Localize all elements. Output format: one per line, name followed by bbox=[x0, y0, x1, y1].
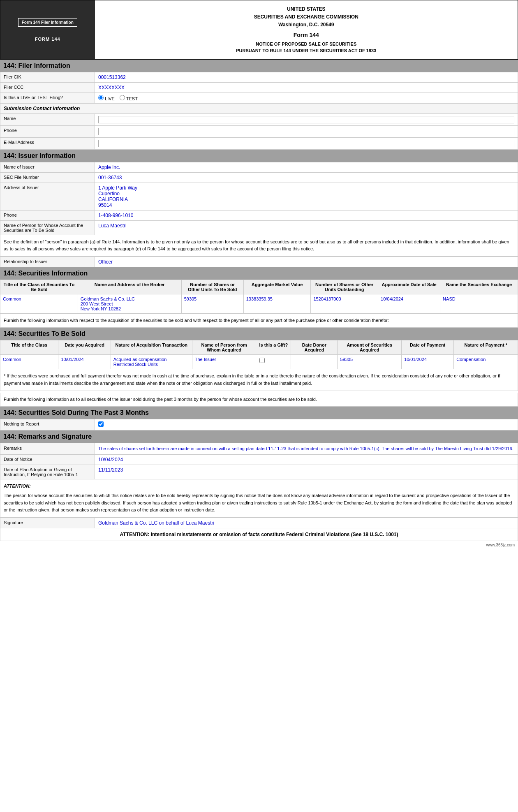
securities-info-table: Title of the Class of Securities To Be S… bbox=[0, 280, 518, 314]
sold-is-gift bbox=[256, 355, 291, 369]
email-value bbox=[95, 137, 518, 149]
past3months-header: 144: Securities Sold During The Past 3 M… bbox=[0, 407, 518, 419]
issuer-fields: Name of Issuer Apple Inc. SEC File Numbe… bbox=[0, 162, 518, 235]
remarks-value: The sales of shares set forth herein are… bbox=[95, 443, 518, 455]
signature-row: Signature Goldman Sachs & Co. LLC on beh… bbox=[0, 518, 518, 528]
signature-label: Signature bbox=[0, 518, 95, 528]
securities-info-header: 144: Securities Information bbox=[0, 267, 518, 280]
header-right: UNITED STATES SECURITIES AND EXCHANGE CO… bbox=[95, 0, 518, 60]
email-label: E-Mail Address bbox=[0, 137, 95, 149]
issuer-info-text: See the definition of "person" in paragr… bbox=[0, 235, 518, 257]
securities-sold-table: Title of the Class Date you Acquired Nat… bbox=[0, 340, 518, 369]
sold-col6: Date Donor Acquired bbox=[291, 340, 338, 355]
sold-data-row: Common 10/01/2024 Acquired as compensati… bbox=[0, 355, 518, 369]
gift-checkbox[interactable] bbox=[259, 358, 265, 363]
sold-nature: Acquired as compensation -- Restricted S… bbox=[111, 355, 192, 369]
live-radio-label[interactable]: LIVE bbox=[98, 95, 115, 101]
relationship-value: Officer bbox=[95, 257, 518, 267]
sold-col8: Date of Payment bbox=[402, 340, 454, 355]
col-outstanding: Number of Shares or Other Units Outstand… bbox=[311, 280, 378, 294]
filer-section: 144: Filer Information Filer CIK 0001513… bbox=[0, 60, 518, 150]
issuer-phone-row: Phone 1-408-996-1010 bbox=[0, 210, 518, 220]
sold-person-from: The Issuer bbox=[192, 355, 256, 369]
sold-col3: Nature of Acquisition Transaction bbox=[111, 340, 192, 355]
signature-table: Signature Goldman Sachs & Co. LLC on beh… bbox=[0, 518, 518, 528]
sold-date-payment: 10/01/2024 bbox=[402, 355, 454, 369]
date-notice-label: Date of Notice bbox=[0, 454, 95, 465]
agency-name: UNITED STATES SECURITIES AND EXCHANGE CO… bbox=[100, 5, 513, 29]
securities-info-section: 144: Securities Information Title of the… bbox=[0, 267, 518, 328]
name-label: Name bbox=[0, 113, 95, 125]
col-market-value: Aggregate Market Value bbox=[243, 280, 311, 294]
sold-date-donor bbox=[291, 355, 338, 369]
relationship-row: Relationship to Issuer Officer bbox=[0, 257, 518, 267]
securities-sold-header: 144: Securities To Be Sold bbox=[0, 328, 518, 340]
filer-ccc-label: Filer CCC bbox=[0, 82, 95, 93]
col-exchange: Name the Securities Exchange bbox=[440, 280, 518, 294]
header-left: Form 144 Filer Information FORM 144 bbox=[0, 0, 95, 60]
sold-furnish-text: Furnish the following information as to … bbox=[0, 393, 518, 407]
sold-nature-payment: Compensation bbox=[454, 355, 518, 369]
header-table: Form 144 Filer Information FORM 144 UNIT… bbox=[0, 0, 518, 60]
live-test-label: Is this a LIVE or TEST Filing? bbox=[0, 93, 95, 103]
date-plan-value: 11/11/2023 bbox=[95, 465, 518, 479]
sec-file-row: SEC File Number 001-36743 bbox=[0, 172, 518, 183]
email-row: E-Mail Address bbox=[0, 137, 518, 149]
date-plan-label: Date of Plan Adoption or Giving of Instr… bbox=[0, 465, 95, 479]
phone-value bbox=[95, 125, 518, 137]
filer-fields: Filer CIK 0001513362 Filer CCC XXXXXXXX … bbox=[0, 72, 518, 150]
filer-ccc-value: XXXXXXXX bbox=[95, 82, 518, 93]
issuer-phone-label: Phone bbox=[0, 210, 95, 220]
past3months-section: 144: Securities Sold During The Past 3 M… bbox=[0, 407, 518, 430]
remarks-header: 144: Remarks and Signature bbox=[0, 430, 518, 443]
si-market-value: 13383359.35 bbox=[243, 294, 311, 313]
issuer-section: 144: Issuer Information Name of Issuer A… bbox=[0, 150, 518, 267]
nothing-checkbox-cell bbox=[95, 419, 518, 430]
form-title: Form 144 bbox=[100, 32, 513, 38]
person-value: Luca Maestri bbox=[95, 220, 518, 235]
attention-label: ATTENTION: bbox=[4, 483, 514, 490]
email-input[interactable] bbox=[98, 140, 514, 147]
test-radio[interactable] bbox=[120, 95, 125, 100]
si-class: Common bbox=[0, 294, 78, 313]
test-radio-label[interactable]: TEST bbox=[120, 95, 138, 101]
sold-col5: Is this a Gift? bbox=[256, 340, 291, 355]
submission-contact-header: Submission Contact Information bbox=[0, 103, 518, 113]
name-value bbox=[95, 113, 518, 125]
remarks-row: Remarks The sales of shares set forth he… bbox=[0, 443, 518, 455]
issuer-phone-value: 1-408-996-1010 bbox=[95, 210, 518, 220]
sold-class: Common bbox=[0, 355, 58, 369]
sec-file-value: 001-36743 bbox=[95, 172, 518, 183]
sold-date-acquired: 10/01/2024 bbox=[58, 355, 111, 369]
col-date: Approximate Date of Sale bbox=[378, 280, 440, 294]
website-footer: www.365jz.com bbox=[0, 541, 518, 549]
relationship-table: Relationship to Issuer Officer bbox=[0, 257, 518, 267]
filer-section-header: 144: Filer Information bbox=[0, 60, 518, 72]
issuer-name-value: Apple Inc. bbox=[95, 162, 518, 172]
date-notice-row: Date of Notice 10/04/2024 bbox=[0, 454, 518, 465]
si-shares: 59305 bbox=[181, 294, 243, 313]
issuer-section-header: 144: Issuer Information bbox=[0, 150, 518, 162]
col-class: Title of the Class of Securities To Be S… bbox=[0, 280, 78, 294]
name-input[interactable] bbox=[98, 116, 514, 123]
si-outstanding: 15204137000 bbox=[311, 294, 378, 313]
sold-col9: Nature of Payment * bbox=[454, 340, 518, 355]
issuer-name-row: Name of Issuer Apple Inc. bbox=[0, 162, 518, 172]
filer-cik-value: 0001513362 bbox=[95, 72, 518, 82]
sold-header-row: Title of the Class Date you Acquired Nat… bbox=[0, 340, 518, 355]
person-row: Name of Person for Whose Account the Sec… bbox=[0, 220, 518, 235]
footer-attention: ATTENTION: Intentional misstatements or … bbox=[0, 528, 518, 541]
address-value: 1 Apple Park Way Cupertino CALIFORNIA 95… bbox=[95, 183, 518, 210]
si-date: 10/04/2024 bbox=[378, 294, 440, 313]
filer-cik-label: Filer CIK bbox=[0, 72, 95, 82]
live-test-row: Is this a LIVE or TEST Filing? LIVE TEST bbox=[0, 93, 518, 103]
live-radio[interactable] bbox=[98, 95, 104, 100]
sold-col4: Name of Person from Whom Acquired bbox=[192, 340, 256, 355]
address-label: Address of Issuer bbox=[0, 183, 95, 210]
relationship-label: Relationship to Issuer bbox=[0, 257, 95, 267]
radio-group: LIVE TEST bbox=[98, 95, 514, 101]
remarks-fields: Remarks The sales of shares set forth he… bbox=[0, 443, 518, 479]
securities-info-row: Common Goldman Sachs & Co. LLC 200 West … bbox=[0, 294, 518, 313]
phone-input[interactable] bbox=[98, 128, 514, 135]
nothing-checkbox[interactable] bbox=[98, 421, 104, 427]
